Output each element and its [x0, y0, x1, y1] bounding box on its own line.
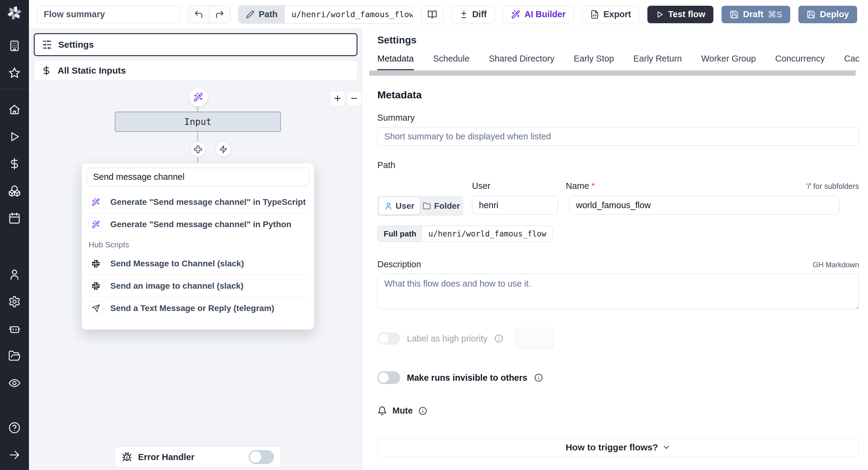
calendar-icon [8, 212, 21, 225]
sidebar-item-home[interactable] [5, 100, 24, 119]
high-priority-toggle[interactable] [377, 332, 400, 345]
sidebar-item-favorites[interactable] [5, 64, 24, 82]
draft-label: Draft [743, 9, 764, 19]
path-name-input[interactable] [569, 196, 839, 214]
required-asterisk: * [592, 181, 595, 190]
add-trigger-button[interactable] [216, 142, 231, 157]
wand-sparkles-icon [193, 92, 203, 102]
flow-settings-card[interactable]: Settings [34, 33, 358, 56]
owner-folder-option[interactable]: Folder [421, 197, 462, 214]
test-flow-label: Test flow [668, 9, 706, 19]
summary-input[interactable] [377, 127, 859, 146]
sidebar-item-folders[interactable] [5, 347, 24, 365]
static-inputs-card[interactable]: All Static Inputs [34, 60, 358, 81]
path-user-input[interactable] [472, 196, 558, 214]
dollar-icon [8, 157, 21, 170]
mute-row: Mute [377, 406, 859, 416]
boxes-icon [8, 185, 21, 197]
star-icon [8, 67, 21, 79]
input-node[interactable]: Input [115, 112, 281, 132]
zoom-out-button[interactable] [347, 91, 362, 106]
hub-script-item[interactable]: Send an image to channel (slack) [87, 274, 309, 297]
user-icon [384, 202, 393, 210]
sidebar-item-audit-logs[interactable] [5, 374, 24, 392]
path-group[interactable]: Path u/henri/world_famous_flow [239, 5, 413, 24]
result-label: Generate "Send message channel" in Pytho… [110, 219, 291, 229]
invisible-runs-toggle[interactable] [377, 371, 400, 384]
file-code-icon [590, 10, 599, 19]
export-label: Export [603, 9, 631, 19]
folder-icon [423, 202, 431, 210]
sidebar-item-workspace[interactable] [5, 37, 24, 55]
invisible-runs-label: Make runs invisible to others [407, 373, 527, 383]
add-step-button[interactable] [190, 142, 206, 157]
path-edit-button[interactable]: Path [239, 6, 285, 23]
description-textarea[interactable] [377, 274, 859, 309]
tab-worker-group[interactable]: Worker Group [701, 54, 756, 70]
result-label: Generate "Send message channel" in TypeS… [110, 197, 306, 207]
draft-button[interactable]: Draft ⌘S [721, 6, 790, 23]
owner-kind-segmented: User Folder [377, 196, 463, 216]
sidebar-item-workers[interactable] [5, 320, 24, 338]
sidebar-item-variables[interactable] [5, 155, 24, 173]
hub-script-item[interactable]: Send Message to Channel (slack) [87, 253, 309, 274]
connector-line [197, 106, 198, 112]
undo-button[interactable] [188, 6, 209, 23]
sidebar-item-expand[interactable] [5, 446, 24, 464]
markdown-hint: GH Markdown [813, 261, 859, 269]
priority-value-input[interactable] [515, 328, 554, 349]
result-label: Send an image to channel (slack) [110, 281, 244, 291]
export-button[interactable]: Export [582, 6, 639, 23]
test-flow-button[interactable]: Test flow [647, 6, 714, 23]
sidebar-item-resources[interactable] [5, 182, 24, 200]
sidebar-item-schedules[interactable] [5, 209, 24, 227]
sidebar-item-runs[interactable] [5, 127, 24, 146]
redo-button[interactable] [209, 6, 230, 23]
full-path-value: u/henri/world_famous_flow [422, 226, 552, 242]
info-icon [534, 373, 543, 382]
step-search-input[interactable] [87, 168, 309, 186]
wand-sparkles-icon [511, 10, 520, 19]
info-icon [494, 334, 503, 343]
home-icon [8, 103, 21, 116]
flow-summary-input[interactable] [37, 6, 180, 23]
draft-shortcut: ⌘S [768, 9, 782, 20]
building-icon [8, 39, 21, 52]
high-priority-label: Label as high priority [407, 334, 488, 344]
docs-button[interactable] [421, 6, 443, 23]
owner-user-option[interactable]: User [379, 197, 420, 214]
static-inputs-label: All Static Inputs [58, 65, 126, 76]
diff-button[interactable]: Diff [452, 6, 495, 23]
generate-typescript-item[interactable]: Generate "Send message channel" in TypeS… [87, 191, 309, 213]
zap-icon [219, 145, 227, 153]
topbar: Path u/henri/world_famous_flow Diff AI B… [29, 0, 868, 29]
tab-early-return[interactable]: Early Return [633, 54, 682, 70]
owner-user-label: User [396, 201, 414, 211]
sidebar-item-settings[interactable] [5, 293, 24, 311]
ai-flow-button[interactable] [189, 87, 208, 107]
windmill-logo-icon[interactable] [6, 5, 23, 21]
robot-icon [8, 322, 21, 335]
tab-cache[interactable]: Cache [844, 54, 859, 70]
tab-concurrency[interactable]: Concurrency [775, 54, 825, 70]
tab-early-stop[interactable]: Early Stop [574, 54, 614, 70]
sidebar-item-help[interactable] [5, 419, 24, 437]
bug-icon [122, 452, 132, 462]
hub-script-item[interactable]: Send a Text Message or Reply (telegram) [87, 297, 309, 319]
how-to-trigger-label: How to trigger flows? [566, 442, 658, 452]
tab-shared-directory[interactable]: Shared Directory [489, 54, 555, 70]
zoom-in-button[interactable] [330, 91, 345, 106]
sidebar-item-users[interactable] [5, 265, 24, 284]
tabs-scrollbar[interactable] [369, 70, 856, 76]
ai-builder-button[interactable]: AI Builder [503, 6, 574, 23]
minus-icon [350, 94, 359, 103]
error-handler-node[interactable]: Error Handler [115, 446, 281, 468]
error-handler-toggle[interactable] [249, 450, 274, 464]
how-to-trigger-button[interactable]: How to trigger flows? [377, 438, 859, 457]
generate-python-item[interactable]: Generate "Send message channel" in Pytho… [87, 213, 309, 235]
deploy-button[interactable]: Deploy [798, 6, 857, 23]
tab-schedule[interactable]: Schedule [433, 54, 470, 70]
tab-metadata[interactable]: Metadata [377, 54, 414, 70]
sidebar [0, 0, 29, 470]
path-controls: User Folder [377, 196, 859, 216]
